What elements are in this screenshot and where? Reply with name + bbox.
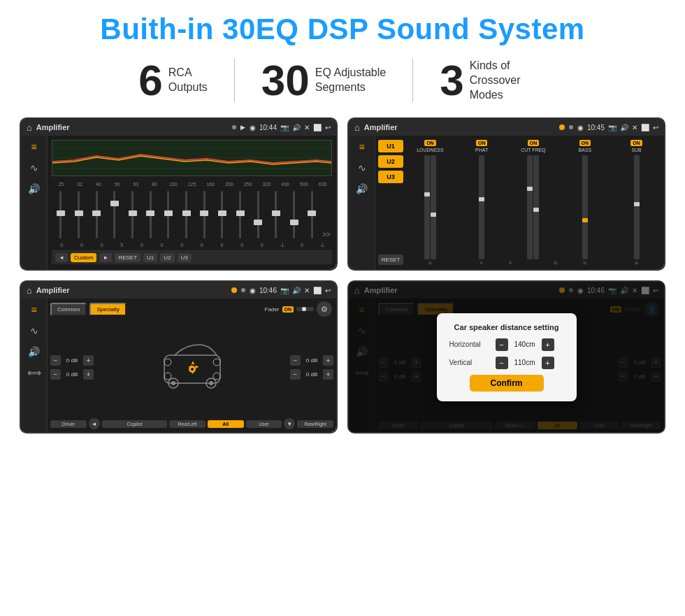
next-btn[interactable]: ► xyxy=(99,253,112,262)
vertical-plus-btn[interactable]: + xyxy=(542,357,554,369)
location-icon-3: ◉ xyxy=(250,287,256,294)
stat-crossover: 3 Kinds ofCrossover Modes xyxy=(413,59,572,102)
ev-2: 0 xyxy=(92,243,112,248)
svg-point-8 xyxy=(209,381,213,385)
eq-slider-3[interactable] xyxy=(106,191,124,238)
eq-graph-svg xyxy=(52,141,331,176)
eq-slider-4[interactable] xyxy=(124,191,142,238)
eq-slider-10[interactable] xyxy=(231,191,250,238)
eq-slider-5[interactable] xyxy=(141,191,159,238)
wave-side-icon-2[interactable]: ∿ xyxy=(358,162,366,173)
u3-preset[interactable]: U3 xyxy=(378,171,403,183)
right-minus-1[interactable]: − xyxy=(290,355,301,366)
home-icon-3[interactable]: ⌂ xyxy=(27,285,32,296)
eq-slider-6[interactable] xyxy=(159,191,178,238)
eq-side-icon-2[interactable]: ≡ xyxy=(359,141,364,152)
eq-slider-9[interactable] xyxy=(213,191,231,238)
freq-160: 160 xyxy=(201,182,220,187)
fader-slider-3[interactable] xyxy=(296,307,314,311)
dialog-vertical-row: Vertical − 110cm + xyxy=(449,357,564,369)
all-btn-3[interactable]: All xyxy=(208,420,244,428)
prev-btn[interactable]: ◄ xyxy=(55,253,68,262)
left-plus-1[interactable]: + xyxy=(83,355,94,366)
speaker-side-icon-3[interactable]: 🔊 xyxy=(28,346,40,357)
down-nav-3[interactable]: ▼ xyxy=(284,418,295,429)
right-db-val-2: 0 dB xyxy=(303,371,321,378)
right-plus-1[interactable]: + xyxy=(323,355,333,366)
vertical-minus-btn[interactable]: − xyxy=(496,357,508,369)
home-icon-2[interactable]: ⌂ xyxy=(354,122,360,133)
phat-slider[interactable] xyxy=(479,155,484,259)
svg-point-12 xyxy=(213,373,220,380)
home-icon-1[interactable]: ⌂ xyxy=(27,122,32,133)
u2-preset[interactable]: U2 xyxy=(378,155,403,168)
u3-btn-1[interactable]: U3 xyxy=(178,253,192,262)
eq-slider-2[interactable] xyxy=(87,191,106,238)
eq-slider-12[interactable] xyxy=(267,191,285,238)
speaker-side-icon-2[interactable]: 🔊 xyxy=(356,183,368,194)
settings-btn-3[interactable]: ⚙ xyxy=(317,301,332,317)
eq-side-icon-3[interactable]: ≡ xyxy=(31,304,36,315)
loudness-slider-2[interactable] xyxy=(431,155,436,259)
preset-panel: U1 U2 U3 RESET xyxy=(378,140,403,265)
left-minus-1[interactable]: − xyxy=(50,355,61,366)
eq-slider-11[interactable] xyxy=(249,191,267,238)
copilot-btn-3[interactable]: Copilot xyxy=(102,420,167,428)
confirm-button[interactable]: Confirm xyxy=(470,375,544,392)
back-icon-2: ↩ xyxy=(653,124,658,131)
left-db-val-2: 0 dB xyxy=(63,371,81,378)
cutfreq-thumb-2 xyxy=(533,208,539,212)
eq-slider-13[interactable] xyxy=(285,191,303,238)
right-plus-2[interactable]: + xyxy=(323,369,333,380)
bass-slider[interactable] xyxy=(582,155,588,259)
eq-slider-7[interactable] xyxy=(178,191,196,238)
left-minus-2[interactable]: − xyxy=(50,369,61,380)
cutfreq-slider-2[interactable] xyxy=(533,155,539,259)
ev-3: 5 xyxy=(112,243,132,248)
left-plus-2[interactable]: + xyxy=(83,369,94,380)
u1-btn-1[interactable]: U1 xyxy=(143,253,157,262)
u2-btn-1[interactable]: U2 xyxy=(160,253,174,262)
common-tab-3[interactable]: Common xyxy=(50,303,87,316)
loudness-slider-1[interactable] xyxy=(424,155,430,259)
user-btn-3[interactable]: User xyxy=(246,420,282,428)
screen-crossover-inner: ⌂ Amplifier ◉ 10:46 📷 🔊 ✕ ⬜ ↩ xyxy=(21,282,336,432)
reset-btn-2[interactable]: RESET xyxy=(378,255,403,265)
eq-slider-14[interactable] xyxy=(303,191,321,238)
right-minus-2[interactable]: − xyxy=(290,369,301,380)
driver-btn-3[interactable]: Driver xyxy=(50,420,87,428)
screen-eq-inner: ⌂ Amplifier ▶ ◉ 10:44 📷 🔊 ✕ ⬜ ↩ xyxy=(21,119,336,269)
eq-slider-8[interactable] xyxy=(195,191,213,238)
left-nav-3[interactable]: ◄ xyxy=(89,418,100,429)
u1-preset[interactable]: U1 xyxy=(378,140,403,152)
dialog-box: Car speaker distance setting Horizontal … xyxy=(437,313,577,401)
eq-slider-1[interactable] xyxy=(70,191,88,238)
rearleft-btn-3[interactable]: RearLeft xyxy=(169,420,206,428)
eq-slider-0[interactable] xyxy=(52,191,70,238)
camera-icon-3: 📷 xyxy=(280,287,289,294)
screen3-main: Common Specialty Fader ON ⚙ xyxy=(48,299,336,432)
stats-row: 6 RCAOutputs 30 EQ AdjustableSegments 3 … xyxy=(20,59,665,102)
custom-btn[interactable]: Custom xyxy=(71,253,97,262)
speaker-side-icon-1[interactable]: 🔊 xyxy=(28,183,40,194)
cutfreq-slider-1[interactable] xyxy=(527,155,533,259)
wave-side-icon-3[interactable]: ∿ xyxy=(30,325,38,336)
wave-side-icon-1[interactable]: ∿ xyxy=(30,162,38,173)
screen-amp-inner: ⌂ Amplifier ◉ 10:45 📷 🔊 ✕ ⬜ ↩ xyxy=(349,119,664,269)
rearright-btn-3[interactable]: RearRight xyxy=(297,420,333,428)
f-label-2: F xyxy=(510,261,512,265)
specialty-tab-3[interactable]: Specialty xyxy=(89,303,126,316)
more-icon-1[interactable]: >> xyxy=(321,231,332,238)
screen1-bottom-bar: ◄ Custom ► RESET U1 U2 U3 xyxy=(52,250,332,264)
arrow-side-icon-3[interactable]: ⟺ xyxy=(27,367,41,378)
sub-slider[interactable] xyxy=(634,155,640,259)
horizontal-minus-btn[interactable]: − xyxy=(496,338,508,351)
horizontal-plus-btn[interactable]: + xyxy=(542,338,554,351)
eq-side-icon-1[interactable]: ≡ xyxy=(31,141,36,152)
loudness-thumb-1 xyxy=(424,192,430,196)
dot-orange-3 xyxy=(231,287,237,293)
sub-label: SUB xyxy=(631,148,641,152)
reset-btn-1[interactable]: RESET xyxy=(115,253,140,262)
phat-sliders xyxy=(457,155,507,259)
phat-markers: F xyxy=(457,261,507,265)
